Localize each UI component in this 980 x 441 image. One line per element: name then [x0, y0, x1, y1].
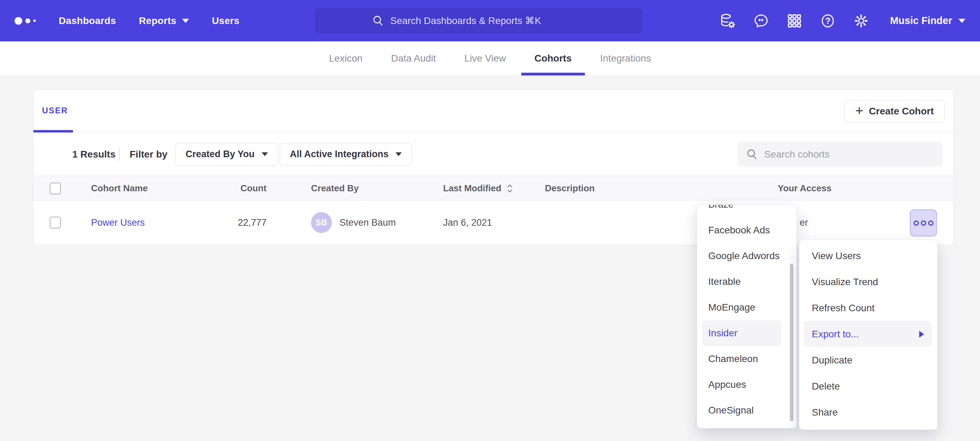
- svg-text:?: ?: [826, 16, 830, 26]
- col-header-count: Count: [240, 176, 267, 201]
- submenu-item-iterable[interactable]: Iterable: [697, 269, 797, 295]
- section-tabbar: Lexicon Data Audit Live View Cohorts Int…: [0, 42, 980, 76]
- settings-gear-icon[interactable]: [853, 13, 869, 29]
- menu-item-share[interactable]: Share: [799, 399, 937, 425]
- tab-lexicon[interactable]: Lexicon: [316, 42, 376, 75]
- filter-row: 1 Results Filter by Created By You All A…: [33, 133, 954, 176]
- submenu-item-onesignal[interactable]: OneSignal: [697, 398, 797, 423]
- col-header-description: Description: [545, 176, 595, 201]
- row-checkbox[interactable]: [50, 217, 61, 228]
- nav-item-reports[interactable]: Reports: [139, 15, 189, 26]
- tab-integrations[interactable]: Integrations: [587, 42, 664, 75]
- submenu-scrollbar[interactable]: [790, 264, 793, 421]
- feedback-icon[interactable]: [753, 13, 769, 29]
- cohort-search[interactable]: [738, 142, 943, 166]
- menu-item-duplicate[interactable]: Duplicate: [799, 347, 937, 373]
- tab-data-audit[interactable]: Data Audit: [378, 42, 449, 75]
- logo-dot-small: [33, 19, 36, 22]
- row-actions-menu: View Users Visualize Trend Refresh Count…: [799, 240, 938, 430]
- submenu-item-moengage[interactable]: MoEngage: [697, 295, 797, 320]
- created-by-cell: SB Steven Baum: [311, 201, 396, 244]
- chevron-down-icon: [396, 152, 402, 156]
- menu-item-delete[interactable]: Delete: [799, 373, 937, 399]
- active-tab-underline: [33, 130, 73, 133]
- divider: [119, 148, 120, 161]
- submenu-item-braze[interactable]: Braze: [697, 205, 797, 217]
- submenu-item-facebook-ads[interactable]: Facebook Ads: [697, 217, 797, 243]
- ellipsis-dot: [914, 220, 919, 226]
- tab-integrations-label: Integrations: [600, 53, 651, 64]
- data-management-icon[interactable]: [720, 13, 736, 29]
- menu-item-view-users[interactable]: View Users: [799, 243, 937, 269]
- table-header: Cohort Name Count Created By Last Modifi…: [33, 176, 954, 201]
- tab-data-audit-label: Data Audit: [391, 53, 436, 64]
- integrations-filter[interactable]: All Active Integrations: [280, 143, 412, 166]
- last-modified-label: Last Modified: [443, 183, 501, 194]
- submenu-item-insider[interactable]: Insider: [702, 320, 781, 346]
- submenu-item-appcues[interactable]: Appcues: [697, 372, 797, 398]
- global-search[interactable]: [315, 8, 642, 34]
- ellipsis-dot: [921, 220, 926, 226]
- global-search-input[interactable]: [390, 15, 585, 26]
- results-count: 1 Results: [72, 133, 116, 176]
- nav-item-dashboards[interactable]: Dashboards: [59, 15, 116, 26]
- tab-user-cohorts[interactable]: USER: [42, 106, 68, 115]
- account-name: Music Finder: [890, 15, 952, 26]
- search-icon: [746, 149, 758, 160]
- top-nav: Dashboards Reports Users: [0, 0, 980, 42]
- filter-by-label: Filter by: [130, 133, 167, 176]
- apps-grid-icon[interactable]: [786, 13, 802, 29]
- nav-item-users-label: Users: [212, 15, 239, 26]
- col-header-last-modified[interactable]: Last Modified: [443, 176, 513, 201]
- tab-live-view-label: Live View: [464, 53, 506, 64]
- your-access-cell: er: [800, 201, 808, 244]
- nav-item-reports-label: Reports: [139, 15, 177, 26]
- created-by-filter-label: Created By You: [186, 149, 255, 160]
- export-to-submenu: Braze Facebook Ads Google Adwords Iterab…: [697, 205, 797, 428]
- tab-live-view[interactable]: Live View: [451, 42, 519, 75]
- sort-icon[interactable]: [506, 184, 513, 193]
- ellipsis-dot: [928, 220, 934, 226]
- export-to-label: Export to...: [812, 329, 859, 340]
- create-cohort-button[interactable]: + Create Cohort: [845, 100, 945, 122]
- row-actions-button[interactable]: [910, 209, 937, 236]
- menu-item-export-to[interactable]: Export to...: [804, 321, 932, 347]
- menu-item-visualize-trend[interactable]: Visualize Trend: [799, 269, 937, 295]
- last-modified-cell: Jan 6, 2021: [443, 201, 492, 244]
- create-cohort-label: Create Cohort: [869, 106, 934, 117]
- cohort-search-input[interactable]: [764, 149, 934, 160]
- tab-cohorts[interactable]: Cohorts: [521, 42, 585, 75]
- menu-item-refresh-count[interactable]: Refresh Count: [799, 295, 937, 321]
- col-header-created-by: Created By: [311, 176, 359, 201]
- created-by-name: Steven Baum: [339, 217, 396, 228]
- table-row: Power Users 22,777 SB Steven Baum Jan 6,…: [33, 201, 954, 244]
- account-menu[interactable]: Music Finder: [890, 15, 966, 26]
- submenu-arrow-icon: [919, 331, 924, 338]
- logo-dot-large: [14, 17, 22, 25]
- panel-header: USER + Create Cohort: [33, 90, 954, 133]
- chevron-down-icon: [958, 19, 966, 23]
- nav-item-users[interactable]: Users: [212, 15, 239, 26]
- chevron-down-icon: [182, 19, 189, 23]
- cohorts-panel: USER + Create Cohort 1 Results Filter by…: [33, 89, 954, 244]
- col-header-your-access: Your Access: [778, 176, 832, 201]
- cohort-name-link[interactable]: Power Users: [91, 201, 145, 244]
- select-all-checkbox[interactable]: [50, 182, 61, 195]
- tab-cohorts-label: Cohorts: [535, 53, 572, 64]
- search-icon: [372, 15, 384, 27]
- submenu-item-chameleon[interactable]: Chameleon: [697, 346, 797, 372]
- help-icon[interactable]: ?: [820, 13, 836, 29]
- brand-logo[interactable]: [14, 17, 36, 25]
- chevron-down-icon: [262, 152, 268, 156]
- plus-icon: +: [855, 104, 863, 118]
- created-by-filter[interactable]: Created By You: [175, 143, 278, 166]
- cohort-count: 22,777: [238, 201, 267, 244]
- logo-dot-medium: [25, 18, 30, 23]
- nav-item-dashboards-label: Dashboards: [59, 15, 116, 26]
- tab-lexicon-label: Lexicon: [329, 53, 363, 64]
- submenu-item-google-adwords[interactable]: Google Adwords: [697, 243, 797, 269]
- col-header-cohort-name: Cohort Name: [91, 176, 148, 201]
- integrations-filter-label: All Active Integrations: [290, 149, 388, 160]
- avatar: SB: [311, 212, 332, 233]
- nav-right-controls: ? Music Finder: [720, 0, 980, 42]
